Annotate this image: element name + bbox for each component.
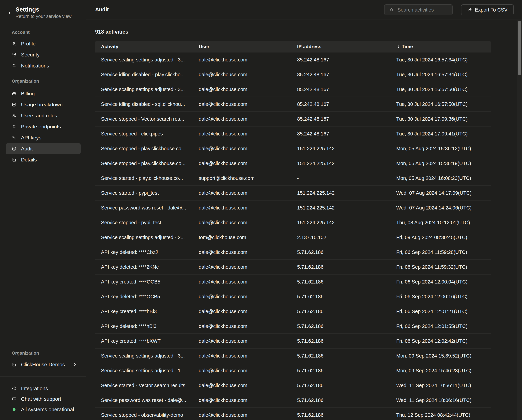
table-row[interactable]: API key deleted: ****2KNc dale@clickhous… [95, 260, 491, 274]
cell-ip-address: 5.71.62.186 [297, 294, 396, 300]
export-csv-label: Export To CSV [475, 7, 507, 13]
back-button[interactable] [6, 10, 13, 16]
search-input[interactable] [397, 7, 449, 13]
cell-ip-address: 5.71.62.186 [297, 368, 396, 373]
chat-bubble-icon [12, 397, 16, 401]
cell-user: dale@clickhouse.com [199, 161, 297, 166]
cell-ip-address: - [297, 175, 396, 181]
status-dot-icon [12, 408, 16, 411]
sidebar-item-label: Usage breakdown [21, 102, 63, 108]
table-row[interactable]: Service idling disabled - sql.clickhou..… [95, 97, 491, 112]
chevron-right-icon [73, 363, 77, 367]
sidebar-item-api-keys[interactable]: API keys [6, 132, 81, 143]
page-title: Audit [95, 7, 109, 13]
cell-activity: API key created: ****bXWT [101, 338, 199, 344]
table-row[interactable]: Service started - Vector search results … [95, 378, 491, 393]
column-header-user[interactable]: User [199, 44, 297, 49]
cell-ip-address: 5.71.62.186 [297, 249, 396, 255]
scrollbar-thumb[interactable] [518, 21, 521, 75]
chevron-left-icon [7, 11, 12, 15]
cell-ip-address: 5.71.62.186 [297, 323, 396, 329]
cell-ip-address: 85.242.48.167 [297, 131, 396, 137]
sidebar-item-audit[interactable]: Audit [6, 143, 81, 154]
sidebar-item-profile[interactable]: Profile [6, 38, 81, 49]
table-row[interactable]: Service scaling settings adjusted - 3...… [95, 82, 491, 97]
account-section-label: Account [12, 30, 30, 35]
sidebar-item-label: API keys [21, 135, 41, 141]
column-header-time[interactable]: Time [396, 44, 491, 49]
cell-user: dale@clickhouse.com [199, 309, 297, 314]
cell-user: dale@clickhouse.com [199, 249, 297, 255]
column-header-ip[interactable]: IP address [297, 44, 396, 49]
table-row[interactable]: Service scaling settings adjusted - 2...… [95, 230, 491, 245]
table-row[interactable]: Service stopped - pypi_test dale@clickho… [95, 215, 491, 230]
status-label: All systems operational [21, 407, 74, 412]
sidebar: Settings Return to your service view Acc… [0, 0, 86, 420]
cell-ip-address: 5.71.62.186 [297, 353, 396, 359]
settings-subtitle: Return to your service view [15, 14, 72, 19]
cell-ip-address: 5.71.62.186 [297, 397, 396, 403]
table-row[interactable]: Service scaling settings adjusted - 3...… [95, 349, 491, 363]
building-icon [12, 157, 16, 162]
cell-user: dale@clickhouse.com [199, 412, 297, 418]
org-switcher[interactable]: ClickHouse Demos [6, 359, 81, 370]
cell-activity: Service scaling settings adjusted - 3... [101, 57, 199, 63]
table-row[interactable]: Service stopped - Vector search res... d… [95, 112, 491, 126]
scrollbar-track[interactable] [517, 20, 522, 420]
sidebar-item-usage-breakdown[interactable]: Usage breakdown [6, 99, 81, 110]
cell-time: Fri, 06 Sep 2024 11:59:28(UTC) [396, 249, 491, 255]
table-row[interactable]: Service stopped - clickpipes dale@clickh… [95, 126, 491, 141]
sidebar-item-integrations[interactable]: Integrations [6, 383, 81, 394]
sidebar-item-label: Security [21, 52, 39, 58]
column-header-activity[interactable]: Activity [101, 44, 199, 49]
table-row[interactable]: Service password was reset - dale@... da… [95, 393, 491, 408]
cell-time: Thu, 08 Aug 2024 10:12:01(UTC) [396, 220, 491, 226]
cell-user: dale@clickhouse.com [199, 294, 297, 300]
cell-activity: Service stopped - play.clickhouse.co... [101, 146, 199, 151]
sidebar-item-users-and-roles[interactable]: Users and roles [6, 110, 81, 121]
cell-time: Tue, 30 Jul 2024 17:09:41(UTC) [396, 131, 491, 137]
cell-ip-address: 151.224.225.142 [297, 205, 396, 211]
table-row[interactable]: API key created: ****hBl3 dale@clickhous… [95, 304, 491, 319]
table-row[interactable]: Service started - pypi_test dale@clickho… [95, 186, 491, 201]
sidebar-item-label: Billing [21, 91, 35, 97]
sidebar-item-details[interactable]: Details [6, 154, 81, 165]
column-header-time-label: Time [402, 44, 413, 49]
cell-time: Mon, 05 Aug 2024 15:36:19(UTC) [396, 161, 491, 166]
table-row[interactable]: Service stopped - play.clickhouse.co... … [95, 141, 491, 156]
table-row[interactable]: Service started - play.clickhouse.co... … [95, 171, 491, 186]
table-row[interactable]: Service scaling settings adjusted - 1...… [95, 363, 491, 378]
audit-table-body: Service scaling settings adjusted - 3...… [95, 53, 491, 420]
sidebar-item-security[interactable]: Security [6, 49, 81, 60]
table-row[interactable]: API key created: ****OCB5 dale@clickhous… [95, 274, 491, 289]
cell-time: Fri, 06 Sep 2024 11:59:32(UTC) [396, 264, 491, 270]
table-row[interactable]: API key deleted: ****hBl3 dale@clickhous… [95, 319, 491, 334]
table-row[interactable]: Service idling disabled - play.clickho..… [95, 67, 491, 82]
sidebar-item-label: Notifications [21, 63, 49, 69]
table-row[interactable]: Service stopped - observability-demo dal… [95, 408, 491, 420]
table-row[interactable]: API key created: ****bXWT dale@clickhous… [95, 334, 491, 349]
cell-user: dale@clickhouse.com [199, 86, 297, 92]
sidebar-item-chat-support[interactable]: Chat with support [6, 394, 81, 404]
cell-activity: API key deleted: ****hBl3 [101, 323, 199, 329]
sidebar-item-billing[interactable]: Billing [6, 88, 81, 99]
cell-time: Tue, 30 Jul 2024 17:09:36(UTC) [396, 116, 491, 122]
cell-user: dale@clickhouse.com [199, 131, 297, 137]
cell-time: Wed, 07 Aug 2024 14:24:06(UTC) [396, 205, 491, 211]
table-row[interactable]: Service scaling settings adjusted - 3...… [95, 53, 491, 67]
sidebar-item-notifications[interactable]: Notifications [6, 60, 81, 71]
usage-chart-icon [12, 102, 16, 107]
export-csv-button[interactable]: Export To CSV [461, 4, 514, 15]
cell-ip-address: 5.71.62.186 [297, 412, 396, 418]
system-status[interactable]: All systems operational [6, 404, 81, 415]
table-row[interactable]: Service stopped - play.clickhouse.co... … [95, 156, 491, 171]
sidebar-item-private-endpoints[interactable]: Private endpoints [6, 121, 81, 132]
sort-descending-icon [396, 45, 400, 49]
table-row[interactable]: API key deleted: ****CbzJ dale@clickhous… [95, 245, 491, 260]
cell-user: dale@clickhouse.com [199, 101, 297, 107]
table-row[interactable]: API key deleted: ****OCB5 dale@clickhous… [95, 289, 491, 304]
cell-time: Wed, 11 Sep 2024 18:06:16(UTC) [396, 397, 491, 403]
cell-activity: Service stopped - observability-demo [101, 412, 199, 418]
cell-activity: Service stopped - pypi_test [101, 220, 199, 226]
table-row[interactable]: Service password was reset - dale@... da… [95, 201, 491, 215]
